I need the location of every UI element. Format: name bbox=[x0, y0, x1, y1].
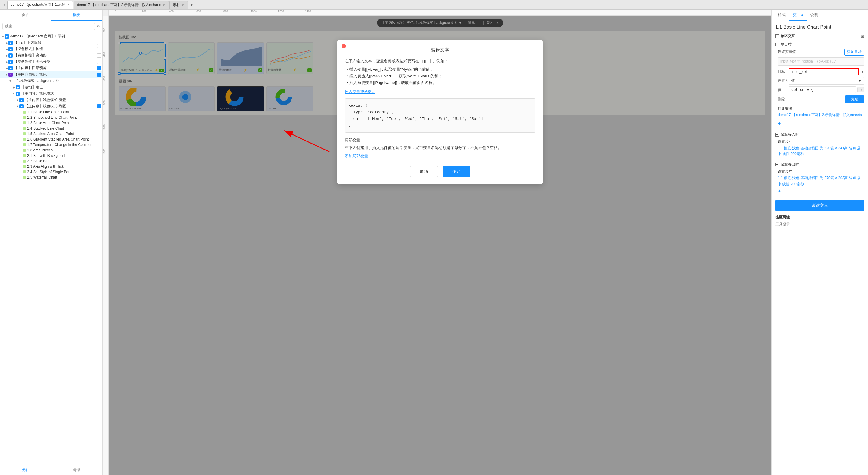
tree-label-main-panel: 【主内容面板】浅色 bbox=[14, 72, 97, 77]
canvas-area[interactable]: 【主内容面板】浅色: 1.浅色模式 background=0 ▼ | 隔离 ⊞ … bbox=[109, 16, 771, 475]
set-size-label2: 设置尺寸 bbox=[778, 169, 864, 174]
tree-item-1-8[interactable]: 1.8 Area Pieces bbox=[0, 147, 102, 153]
modal-desc-2: • 插入表达式[[VarA + VarB]]，获取"VarA + VarB"的和… bbox=[345, 73, 535, 79]
tree-item-dark-btn[interactable]: ▶ 【深色模式】按钮 bbox=[0, 46, 102, 52]
tree-item-main-hotspot[interactable]: ▶ 【主内容】浅色模式-热区 bbox=[0, 103, 102, 109]
tree-label-2-2: 2.2 Basic Bar bbox=[27, 159, 101, 163]
tree-item-mode-bg[interactable]: ⋯ 1.浅色模式 background=0 bbox=[0, 78, 102, 84]
tree-item-main-cover[interactable]: ▶ 【主内容】浅色模式-覆盖 bbox=[0, 97, 102, 103]
sidebar-tab-overview[interactable]: 概要 bbox=[51, 10, 103, 21]
tree-item-2-4[interactable]: 2.4 Set Style of Single Bar. bbox=[0, 169, 102, 175]
tree-item-title[interactable]: ▶ 【title】上方标题 bbox=[0, 39, 102, 46]
tab-demo17-2[interactable]: demo17 【js-echarts官网】2.示例详情 - 嵌入echarts … bbox=[74, 1, 169, 9]
checkbox-left-nav[interactable] bbox=[97, 60, 101, 64]
filter-icon[interactable]: ⚙ bbox=[97, 24, 100, 28]
tab-close-3[interactable]: ✕ bbox=[182, 3, 185, 7]
delete-button[interactable]: 删除 bbox=[778, 97, 845, 102]
search-input[interactable] bbox=[2, 23, 95, 30]
right-tab-note[interactable]: 说明 bbox=[807, 10, 822, 21]
checkbox-right-scroll[interactable] bbox=[97, 54, 101, 58]
new-interaction-button[interactable]: 新建交互 bbox=[775, 200, 864, 211]
tree-item-left-nav[interactable]: ▶ 【左侧导航】图形分类 bbox=[0, 59, 102, 65]
expand-onclick[interactable]: − bbox=[775, 42, 779, 46]
leaf-color-2-3 bbox=[23, 165, 26, 168]
right-tab-style[interactable]: 样式 bbox=[774, 10, 789, 21]
tab-material[interactable]: 素材 ✕ bbox=[169, 1, 188, 9]
target-input-box[interactable]: input_text bbox=[788, 68, 859, 75]
tree-label-mode-bg: 1.浅色模式 background=0 bbox=[17, 78, 101, 83]
folder-icon-light: ▶ bbox=[16, 92, 20, 96]
expand-mouseout[interactable]: − bbox=[775, 163, 779, 167]
caret-right-scroll bbox=[5, 54, 8, 57]
folder-icon-left: ▶ bbox=[8, 60, 13, 64]
plus-button-1[interactable]: + bbox=[778, 121, 864, 127]
delete-complete-row: 删除 完成 bbox=[778, 95, 864, 103]
tree-item-1-4[interactable]: 1.4 Stacked Line Chart bbox=[0, 126, 102, 131]
tree-item-1-7[interactable]: 1.7 Temperature Change in the Coming bbox=[0, 142, 102, 147]
confirm-button[interactable]: 确定 bbox=[443, 166, 470, 177]
tree-item-main-light[interactable]: ▶ 【主内容】浅色模式 bbox=[0, 90, 102, 97]
footer-tab-component[interactable]: 元件 bbox=[0, 465, 51, 475]
tree-label-1-6: 1.6 Gradient Stacked Area Chart Point bbox=[27, 137, 101, 141]
footer-tab-master[interactable]: 母版 bbox=[51, 465, 103, 475]
ruler-1200: 1200 bbox=[278, 10, 284, 13]
caret-demo17 bbox=[1, 35, 5, 38]
checkbox-main-hotspot[interactable] bbox=[97, 104, 101, 109]
canvas-body: 200 400 600 800 1000 1200 【主内容面板】浅色: 1.浅… bbox=[103, 16, 771, 475]
tree-item-main-preview[interactable]: ▶ 【主内容】图形预览 bbox=[0, 65, 102, 71]
tab-bar-nav-icon[interactable]: ⊞ bbox=[1, 0, 7, 9]
tree-item-1-5[interactable]: 1.5 Stacked Area Chart Point bbox=[0, 131, 102, 137]
target-dropdown-icon[interactable]: ▼ bbox=[861, 69, 864, 74]
checkbox-main-panel[interactable] bbox=[97, 72, 101, 77]
sidebar-tab-page[interactable]: 页面 bbox=[0, 10, 51, 21]
mouseover-header: − 鼠标移入时 bbox=[775, 132, 864, 137]
insert-link[interactable]: 插入变量或函数... bbox=[345, 89, 535, 95]
tree-item-2-2[interactable]: 2.2 Basic Bar bbox=[0, 158, 102, 164]
hot-area-header: − 热区交互 ⊞ bbox=[775, 33, 864, 39]
leaf-color-1-7 bbox=[23, 143, 26, 146]
add-target-button[interactable]: 添加目标 bbox=[844, 49, 864, 56]
add-var-link[interactable]: 添加局部变量 bbox=[345, 154, 368, 158]
tree-item-2-5[interactable]: 2.5 Waterfall Chart bbox=[0, 175, 102, 180]
tree-label-2-1: 2.1 Bar with Backgroud bbox=[27, 153, 101, 158]
panel-title: 1.1 Basic Line Chart Point bbox=[775, 25, 864, 30]
value-input[interactable]: option = { bbox=[788, 86, 856, 93]
tree-item-right-scroll[interactable]: ▶ 【右侧拖拽】滚动条 bbox=[0, 52, 102, 59]
checkbox-main-preview[interactable] bbox=[97, 66, 101, 70]
tree-item-1-2[interactable]: 1.2 Smoothed Line Chart Point bbox=[0, 115, 102, 120]
hot-area-expand-icon[interactable]: ⊞ bbox=[861, 34, 864, 39]
expand-hot-area[interactable]: − bbox=[775, 34, 779, 38]
expand-mouseover[interactable]: − bbox=[775, 133, 779, 137]
mouseover-size-desc[interactable]: 1.1 预览-浅色-基础折线图 为 320宽 × 241高 锚点 居中 线性 2… bbox=[778, 145, 864, 157]
tab-demo17-1[interactable]: demo17 【js-echarts官网】1.示例 ✕ bbox=[7, 1, 73, 9]
tree-item-2-3[interactable]: 2.3 Axis Align with Tick bbox=[0, 164, 102, 169]
cancel-button[interactable]: 取消 bbox=[410, 166, 438, 177]
mouseout-size-desc[interactable]: 1.1 预览-浅色-基础折线图 为 270宽 × 203高 锚点 居中 线性 2… bbox=[778, 175, 864, 187]
tree-item-2-1[interactable]: 2.1 Bar with Backgroud bbox=[0, 153, 102, 158]
tree-item-1-6[interactable]: 1.6 Gradient Stacked Area Chart Point bbox=[0, 137, 102, 142]
leaf-color-1-4 bbox=[23, 127, 26, 130]
tab-close-1[interactable]: ✕ bbox=[67, 3, 70, 7]
tree-item-scroll-pos[interactable]: ▶ 【滚动】定位 bbox=[0, 84, 102, 90]
complete-button[interactable]: 完成 bbox=[845, 95, 864, 103]
leaf-color-2-4 bbox=[23, 171, 26, 173]
tree-item-1-1[interactable]: 1.1 Basic Line Chart Point bbox=[0, 109, 102, 115]
set-as-select[interactable]: 值 ▼ bbox=[788, 77, 864, 85]
ruler-corner bbox=[103, 10, 109, 16]
checkbox-dark[interactable] bbox=[97, 47, 101, 51]
tree-item-demo17[interactable]: ▶ demo17 【js-echarts官网】1.示例 bbox=[0, 33, 102, 39]
folder-icon-title: ▶ bbox=[8, 41, 13, 45]
tree-item-1-3[interactable]: 1.3 Basic Area Chart Point bbox=[0, 120, 102, 126]
checkbox-title[interactable] bbox=[97, 41, 101, 45]
plus-button-2[interactable]: + bbox=[775, 188, 864, 195]
modal-close-btn[interactable] bbox=[342, 44, 346, 48]
leaf-color-2-1 bbox=[23, 154, 26, 157]
tab-bar-more[interactable]: ▼ bbox=[190, 3, 193, 7]
code-textarea[interactable]: xAxis: { type: 'category', data: ['Mon',… bbox=[345, 98, 535, 132]
caret-main-preview bbox=[5, 67, 8, 70]
right-tab-interaction[interactable]: 交互 bbox=[789, 10, 807, 21]
tree-item-main-panel[interactable]: ≡ 【主内容面板】浅色 bbox=[0, 71, 102, 78]
fx-button[interactable]: fx bbox=[858, 87, 864, 92]
tab-close-2[interactable]: ✕ bbox=[163, 3, 165, 7]
open-link-value[interactable]: demo17 【js-echarts官网】2.示例详情 - 嵌入echarts bbox=[778, 112, 864, 118]
